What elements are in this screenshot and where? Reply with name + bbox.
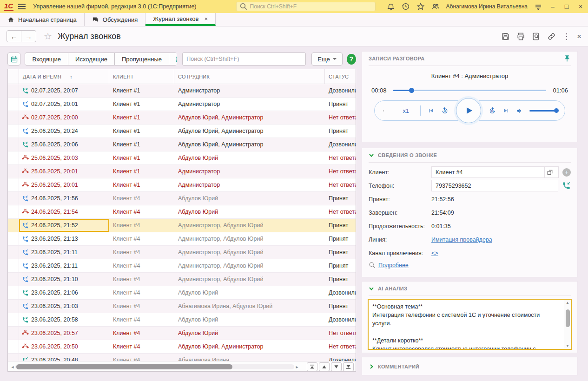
go-first-row-button[interactable] [307,362,317,371]
ai-analysis-textarea[interactable]: **Основная тема** Интеграция телефонии с… [368,299,572,350]
volume-slider[interactable] [529,110,556,112]
history-icon[interactable] [402,2,410,11]
close-window-button[interactable]: × [577,3,584,10]
channel-link[interactable]: <> [431,250,438,256]
scroll-down-arrow[interactable]: ▼ [566,344,569,348]
row-gutter [8,313,19,326]
favorites-star-icon[interactable] [416,2,425,11]
skip-previous-icon[interactable] [427,106,435,115]
current-user-name[interactable]: Абнагимова Ирина Витальевна [446,3,528,10]
minimize-button[interactable]: – [549,3,556,10]
print-icon[interactable] [516,32,525,41]
nav-back-button[interactable]: ← [7,31,21,42]
table-row[interactable]: 23.06.2025, 21:03 Клиент #4 Абнагимова И… [8,300,356,313]
nav-forward-button[interactable]: → [21,31,36,42]
playback-speed-button[interactable]: x1 [403,107,409,114]
kebab-menu-icon[interactable]: ⋮ [562,32,570,41]
print-preview-icon[interactable] [532,32,541,41]
table-row[interactable]: 23.06.2025, 20:48 Клиент #4 Абнагимова И… [8,354,356,361]
row-down-button[interactable] [331,362,342,371]
tab-call-journal[interactable]: Журнал звонков × [145,13,216,26]
call-details-header[interactable]: СВЕДЕНИЯ О ЗВОНКЕ [362,148,577,162]
player-seek-slider[interactable] [393,90,547,91]
call-accepted-icon [22,303,29,310]
table-row[interactable]: 25.06.2025, 20:03 Клиент #1 Абдулов Юрий… [8,151,356,165]
table-row[interactable]: 02.07.2025, 20:01 Клиент #1 Администрато… [8,98,356,111]
main-menu-icon[interactable] [18,4,26,9]
filter-missed-button[interactable]: Пропущенные [114,53,169,66]
table-row[interactable]: 23.06.2025, 20:58 Клиент #4 Абдулов Юрий… [8,313,356,327]
table-row[interactable]: 23.06.2025, 20:57 Клиент #4 Абдулов Юрий… [8,327,356,340]
table-row[interactable]: 25.06.2025, 20:06 Клиент #1 Абдулов Юрий… [8,138,356,151]
comment-header[interactable]: КОММЕНТАРИЙ [362,357,577,376]
table-row[interactable]: 24.06.2025, 21:52 Клиент #4 Администрато… [8,219,356,232]
table-row[interactable]: 25.06.2025, 20:24 Клиент #1 Абдулов Юрий… [8,125,356,138]
cell-status: Принят [325,125,356,138]
volume-slider-thumb[interactable] [554,108,559,113]
row-up-button[interactable] [319,362,330,371]
column-header-employee[interactable]: СОТРУДНИК [174,69,325,84]
table-row[interactable]: 25.06.2025, 20:01 Клиент #1 Администрато… [8,178,356,192]
tab-discussions[interactable]: Обсуждения [85,13,146,26]
help-button[interactable]: ? [347,54,356,65]
table-row[interactable]: 23.06.2025, 21:10 Клиент #4 Администрато… [8,273,356,286]
table-row[interactable]: 23.06.2025, 21:06 Клиент #4 Абдулов Юрий… [8,286,356,300]
table-row[interactable]: 23.06.2025, 21:11 Клиент #4 Администрато… [8,246,356,259]
open-client-button[interactable] [544,167,555,177]
phone-field[interactable]: 79375293652 [431,180,558,191]
list-search-input[interactable]: Поиск (Ctrl+Shift+F) [182,53,306,66]
period-calendar-button[interactable] [7,53,20,66]
more-actions-button[interactable]: Еще [311,53,342,66]
horizontal-scrollbar[interactable] [15,364,294,369]
rewind-10-icon[interactable]: 10 [441,106,449,115]
cell-employee: Абдулов Юрий, Администратор [174,111,325,124]
ai-analysis-header[interactable]: AI АНАЛИЗ [362,282,577,296]
service-menu-icon[interactable] [534,2,542,11]
table-row[interactable]: 23.06.2025, 21:11 Клиент #4 Администрато… [8,259,356,273]
filter-outgoing-button[interactable]: Исходящие [68,53,114,66]
scroll-up-arrow[interactable]: ▲ [566,301,569,305]
link-icon[interactable] [547,32,556,41]
list-view-menu-button[interactable] [169,53,177,66]
ai-analysis-text: **Основная тема** Интеграция телефонии с… [369,300,564,349]
call-back-icon[interactable] [562,181,571,190]
client-field[interactable]: Клиент #4 [431,166,559,178]
table-row[interactable]: 02.07.2025, 20:00 Клиент #1 Абдулов Юрий… [8,111,356,125]
table-row[interactable]: 23.06.2025, 20:50 Клиент #4 Абдулов Юрий… [8,340,356,354]
collaboration-icon[interactable] [431,2,440,11]
create-client-button[interactable]: + [562,168,571,177]
forward-10-icon[interactable]: 10 [489,106,496,115]
horizontal-scrollbar-thumb[interactable] [16,364,232,369]
table-row[interactable]: 24.06.2025, 21:54 Клиент #4 Абдулов Юрий… [8,205,356,219]
save-icon[interactable] [501,32,510,41]
line-link[interactable]: Имитация провайдера [431,236,492,243]
player-seek-thumb[interactable] [409,88,414,93]
filter-incoming-button[interactable]: Входящие [25,53,68,66]
hscroll-right-arrow[interactable]: ▸ [294,364,300,369]
table-row[interactable]: 02.07.2025, 20:07 Клиент #1 Администрато… [8,84,356,98]
go-last-row-button[interactable] [343,362,354,371]
table-row[interactable]: 25.06.2025, 20:01 Клиент #1 Администрато… [8,165,356,178]
column-header-datetime[interactable]: ДАТА И ВРЕМЯ ↑ [19,69,109,84]
table-row[interactable]: 23.06.2025, 21:13 Клиент #4 Администрато… [8,232,356,246]
hscroll-left-arrow[interactable]: ◂ [10,364,15,369]
tab-home[interactable]: Начальная страница [0,13,85,26]
call-missed-icon [22,209,29,216]
ai-scrollbar-thumb[interactable] [566,309,570,327]
global-search-input[interactable]: Поиск Ctrl+Shift+F [236,2,376,11]
add-to-favorites-star-icon[interactable]: ☆ [44,31,52,42]
maximize-button[interactable]: □ [563,3,570,10]
notifications-bell-icon[interactable] [387,2,395,11]
cell-client: Клиент #1 [109,111,174,124]
play-button[interactable] [456,98,481,123]
details-more-link[interactable]: Подробнее [378,262,409,269]
tab-close-icon[interactable]: × [205,15,208,22]
skip-next-icon[interactable] [502,106,510,115]
column-header-status[interactable]: СТАТУС [325,69,356,84]
pin-icon[interactable] [563,55,571,62]
table-row[interactable]: 24.06.2025, 21:56 Клиент #4 Абдулов Юрий… [8,192,356,205]
close-form-icon[interactable]: × [577,32,581,41]
volume-icon[interactable] [516,107,523,115]
column-header-client[interactable]: КЛИЕНТ [109,69,174,84]
ai-scrollbar[interactable]: ▲ ▼ [564,300,571,349]
